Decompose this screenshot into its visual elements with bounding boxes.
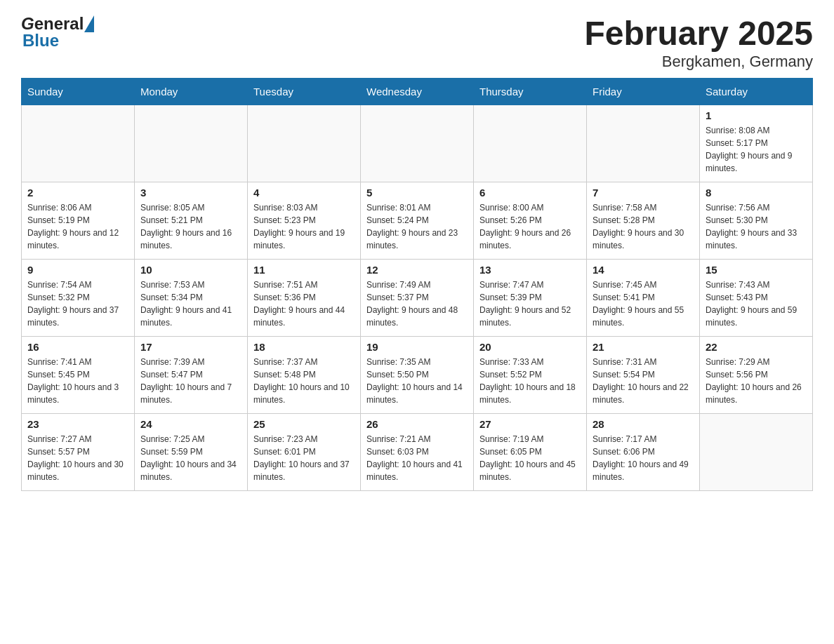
calendar-cell: 6Sunrise: 8:00 AMSunset: 5:26 PMDaylight… [474,182,587,260]
day-number: 3 [140,187,241,199]
day-number: 11 [253,264,355,276]
calendar-cell: 12Sunrise: 7:49 AMSunset: 5:37 PMDayligh… [361,260,474,337]
week-row-2: 2Sunrise: 8:06 AMSunset: 5:19 PMDaylight… [22,182,813,260]
logo-blue-text: Blue [21,31,59,51]
day-number: 15 [706,264,807,276]
day-header-monday: Monday [135,79,248,105]
calendar-cell: 18Sunrise: 7:37 AMSunset: 5:48 PMDayligh… [248,337,361,414]
calendar-cell: 4Sunrise: 8:03 AMSunset: 5:23 PMDaylight… [248,182,361,260]
calendar-cell: 19Sunrise: 7:35 AMSunset: 5:50 PMDayligh… [361,337,474,414]
day-number: 21 [593,341,694,353]
day-number: 7 [593,187,694,199]
calendar-cell: 9Sunrise: 7:54 AMSunset: 5:32 PMDaylight… [22,260,135,337]
calendar-cell: 5Sunrise: 8:01 AMSunset: 5:24 PMDaylight… [361,182,474,260]
day-info: Sunrise: 7:17 AMSunset: 6:06 PMDaylight:… [593,433,694,483]
week-row-5: 23Sunrise: 7:27 AMSunset: 5:57 PMDayligh… [22,414,813,491]
day-info: Sunrise: 7:49 AMSunset: 5:37 PMDaylight:… [366,279,468,329]
calendar-cell: 15Sunrise: 7:43 AMSunset: 5:43 PMDayligh… [700,260,813,337]
day-info: Sunrise: 7:54 AMSunset: 5:32 PMDaylight:… [27,279,128,329]
calendar-cell: 23Sunrise: 7:27 AMSunset: 5:57 PMDayligh… [22,414,135,491]
week-row-3: 9Sunrise: 7:54 AMSunset: 5:32 PMDaylight… [22,260,813,337]
day-header-saturday: Saturday [700,79,813,105]
calendar-cell: 14Sunrise: 7:45 AMSunset: 5:41 PMDayligh… [587,260,700,337]
day-number: 26 [366,418,468,430]
page-header: G eneral Blue February 2025 Bergkamen, G… [21,14,813,71]
day-info: Sunrise: 7:29 AMSunset: 5:56 PMDaylight:… [706,356,807,406]
calendar-cell [700,414,813,491]
calendar-cell: 22Sunrise: 7:29 AMSunset: 5:56 PMDayligh… [700,337,813,414]
day-number: 17 [140,341,241,353]
day-number: 2 [27,187,128,199]
day-number: 28 [593,418,694,430]
calendar-body: 1Sunrise: 8:08 AMSunset: 5:17 PMDaylight… [22,105,813,491]
day-number: 24 [140,418,241,430]
day-info: Sunrise: 8:00 AMSunset: 5:26 PMDaylight:… [479,201,581,252]
day-number: 23 [27,418,128,430]
page-subtitle: Bergkamen, Germany [584,53,813,71]
day-info: Sunrise: 8:08 AMSunset: 5:17 PMDaylight:… [706,124,807,175]
day-info: Sunrise: 8:06 AMSunset: 5:19 PMDaylight:… [27,201,128,252]
calendar-cell [587,105,700,182]
day-info: Sunrise: 7:47 AMSunset: 5:39 PMDaylight:… [479,279,581,329]
day-info: Sunrise: 8:03 AMSunset: 5:23 PMDaylight:… [253,201,355,252]
day-number: 19 [366,341,468,353]
day-header-wednesday: Wednesday [361,79,474,105]
calendar-cell: 20Sunrise: 7:33 AMSunset: 5:52 PMDayligh… [474,337,587,414]
day-header-sunday: Sunday [22,79,135,105]
calendar-cell: 17Sunrise: 7:39 AMSunset: 5:47 PMDayligh… [135,337,248,414]
day-info: Sunrise: 7:37 AMSunset: 5:48 PMDaylight:… [253,356,355,406]
day-info: Sunrise: 7:51 AMSunset: 5:36 PMDaylight:… [253,279,355,329]
day-number: 5 [366,187,468,199]
calendar-cell [248,105,361,182]
day-info: Sunrise: 7:35 AMSunset: 5:50 PMDaylight:… [366,356,468,406]
title-block: February 2025 Bergkamen, Germany [584,14,813,71]
day-number: 16 [27,341,128,353]
day-number: 22 [706,341,807,353]
day-info: Sunrise: 7:33 AMSunset: 5:52 PMDaylight:… [479,356,581,406]
day-info: Sunrise: 7:43 AMSunset: 5:43 PMDaylight:… [706,279,807,329]
day-number: 18 [253,341,355,353]
day-number: 20 [479,341,581,353]
calendar-cell: 27Sunrise: 7:19 AMSunset: 6:05 PMDayligh… [474,414,587,491]
calendar-cell: 24Sunrise: 7:25 AMSunset: 5:59 PMDayligh… [135,414,248,491]
week-row-4: 16Sunrise: 7:41 AMSunset: 5:45 PMDayligh… [22,337,813,414]
day-number: 9 [27,264,128,276]
day-info: Sunrise: 8:05 AMSunset: 5:21 PMDaylight:… [140,201,241,252]
calendar-table: SundayMondayTuesdayWednesdayThursdayFrid… [21,78,813,491]
day-info: Sunrise: 7:39 AMSunset: 5:47 PMDaylight:… [140,356,241,406]
calendar-cell [135,105,248,182]
day-info: Sunrise: 7:25 AMSunset: 5:59 PMDaylight:… [140,433,241,483]
day-header-friday: Friday [587,79,700,105]
calendar-cell: 28Sunrise: 7:17 AMSunset: 6:06 PMDayligh… [587,414,700,491]
calendar-cell: 10Sunrise: 7:53 AMSunset: 5:34 PMDayligh… [135,260,248,337]
day-header-tuesday: Tuesday [248,79,361,105]
calendar-cell: 16Sunrise: 7:41 AMSunset: 5:45 PMDayligh… [22,337,135,414]
day-info: Sunrise: 7:58 AMSunset: 5:28 PMDaylight:… [593,201,694,252]
calendar-cell: 2Sunrise: 8:06 AMSunset: 5:19 PMDaylight… [22,182,135,260]
calendar-cell: 13Sunrise: 7:47 AMSunset: 5:39 PMDayligh… [474,260,587,337]
day-number: 12 [366,264,468,276]
day-info: Sunrise: 7:56 AMSunset: 5:30 PMDaylight:… [706,201,807,252]
day-number: 1 [706,109,807,121]
calendar-cell: 7Sunrise: 7:58 AMSunset: 5:28 PMDaylight… [587,182,700,260]
day-number: 14 [593,264,694,276]
calendar-cell: 3Sunrise: 8:05 AMSunset: 5:21 PMDaylight… [135,182,248,260]
day-number: 13 [479,264,581,276]
day-info: Sunrise: 7:19 AMSunset: 6:05 PMDaylight:… [479,433,581,483]
logo-triangle-icon [84,15,94,32]
logo: G eneral Blue [21,14,94,51]
day-number: 10 [140,264,241,276]
calendar-cell: 21Sunrise: 7:31 AMSunset: 5:54 PMDayligh… [587,337,700,414]
day-info: Sunrise: 7:53 AMSunset: 5:34 PMDaylight:… [140,279,241,329]
calendar-cell: 25Sunrise: 7:23 AMSunset: 6:01 PMDayligh… [248,414,361,491]
day-number: 25 [253,418,355,430]
week-row-1: 1Sunrise: 8:08 AMSunset: 5:17 PMDaylight… [22,105,813,182]
day-info: Sunrise: 7:41 AMSunset: 5:45 PMDaylight:… [27,356,128,406]
day-info: Sunrise: 7:27 AMSunset: 5:57 PMDaylight:… [27,433,128,483]
calendar-cell [22,105,135,182]
day-number: 6 [479,187,581,199]
day-info: Sunrise: 8:01 AMSunset: 5:24 PMDaylight:… [366,201,468,252]
calendar-cell: 11Sunrise: 7:51 AMSunset: 5:36 PMDayligh… [248,260,361,337]
day-info: Sunrise: 7:23 AMSunset: 6:01 PMDaylight:… [253,433,355,483]
calendar-cell: 8Sunrise: 7:56 AMSunset: 5:30 PMDaylight… [700,182,813,260]
